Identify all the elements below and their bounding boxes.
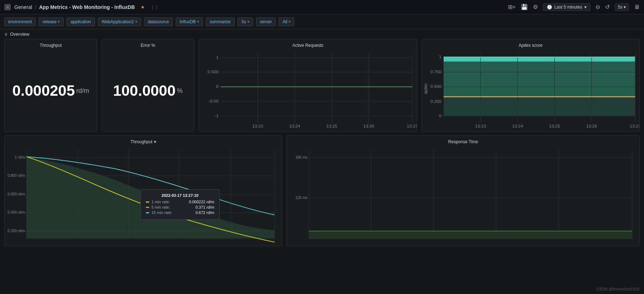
svg-text:13:26: 13:26 (586, 124, 597, 128)
svg-text:13:27: 13:27 (630, 124, 639, 128)
error-value: 100.0000 (113, 82, 175, 99)
favorite-icon[interactable]: ★ (141, 5, 145, 10)
section-title: Overview (10, 31, 29, 37)
svg-text:0: 0 (216, 85, 219, 89)
panel-response-title: Response Time (287, 136, 639, 146)
card-throughput-title: Throughput (5, 39, 97, 50)
svg-text:0.500: 0.500 (208, 70, 218, 74)
tooltip-dot-1min (146, 201, 149, 203)
filter-influxdb[interactable]: InfluxDB ▾ (176, 18, 203, 26)
response-time-chart: 180 ms 120 ms (287, 146, 639, 246)
active-requests-chart: 1 0.500 0 -0.50 -1 13:23 13:24 13:25 13:… (199, 50, 417, 131)
panel-throughput: Throughput ▾ 1 rd/m 0.800 rd/m (4, 135, 282, 246)
svg-text:-1: -1 (215, 114, 219, 118)
topbar: ⊞ General / App Metrics - Web Monitoring… (0, 0, 644, 14)
svg-text:13:25: 13:25 (549, 124, 560, 128)
panel-response-time: Response Time 180 ms 120 ms (286, 135, 640, 246)
card-active-requests: Active Requests 1 0.500 0 -0.50 (199, 39, 417, 132)
svg-text:0.200 rd/m: 0.200 rd/m (8, 229, 25, 233)
svg-text:13:23: 13:23 (252, 124, 263, 128)
svg-text:0.800 rd/m: 0.800 rd/m (8, 174, 25, 178)
tooltip-label-5min: 5 min rate: (151, 205, 180, 209)
filter-summarize-value[interactable]: 5s ▾ (238, 18, 253, 26)
refresh-rate-picker[interactable]: 5s ▾ (615, 3, 629, 11)
breadcrumb-title[interactable]: App Metrics - Web Monitoring - InfluxDB (39, 4, 135, 10)
error-unit: % (177, 87, 183, 95)
app-logo: ⊞ (4, 4, 11, 10)
zoom-out-icon[interactable]: ⊖ (595, 4, 600, 10)
tooltip-date: 2022-03-17 13:27:10 (146, 193, 214, 198)
svg-text:180 ms: 180 ms (295, 155, 308, 159)
tooltip-row-15min: 15 min rate: 0.672 rd/m (146, 210, 214, 215)
tooltip-label-15min: 15 min rate: (151, 210, 180, 215)
tooltip-value-15min: 0.672 rd/m (182, 210, 214, 215)
svg-rect-76 (309, 231, 632, 239)
refresh-rate-label: 5s (618, 5, 623, 10)
overview-section-header[interactable]: ∨ Overview (0, 29, 644, 39)
apdex-chart: 1 0.750 0.500 0.250 0 apdex 13:23 13:24 … (422, 50, 640, 131)
refresh-rate-caret: ▾ (624, 5, 626, 10)
filter-application[interactable]: application (66, 18, 95, 26)
card-error-title: Error % (102, 39, 194, 50)
filter-server-value[interactable]: All ▾ (279, 18, 294, 26)
chart-tooltip: 2022-03-17 13:27:10 1 min rate: 0.000222… (140, 189, 220, 220)
settings-icon[interactable]: ⚙ (533, 4, 538, 10)
share-icon[interactable]: ⋮⋮ (150, 5, 159, 10)
monitor-icon[interactable]: 🖥 (634, 4, 640, 10)
svg-text:-0.50: -0.50 (209, 99, 219, 103)
card-active-title: Active Requests (199, 39, 417, 50)
svg-rect-22 (443, 62, 635, 97)
tooltip-value-5min: 0.371 rd/m (182, 205, 214, 209)
refresh-icon[interactable]: ↺ (605, 4, 610, 10)
svg-text:13:27: 13:27 (407, 124, 416, 128)
time-range-caret: ▾ (584, 5, 586, 10)
breadcrumb: General / App Metrics - Web Monitoring -… (14, 4, 135, 10)
filter-environment[interactable]: environment (4, 18, 36, 26)
bottom-row: Throughput ▾ 1 rd/m 0.800 rd/m (0, 135, 644, 246)
filter-release[interactable]: release ▾ (39, 18, 64, 26)
breadcrumb-base[interactable]: General (14, 4, 32, 10)
svg-text:1: 1 (216, 56, 219, 60)
card-throughput: Throughput 0.000205 rd/m (4, 39, 97, 132)
svg-text:13:24: 13:24 (512, 124, 523, 128)
svg-text:0.400 rd/m: 0.400 rd/m (8, 210, 25, 214)
svg-text:apdex: apdex (423, 84, 428, 94)
filter-server[interactable]: server (256, 18, 276, 26)
svg-text:1: 1 (439, 55, 441, 59)
breadcrumb-sep: / (35, 4, 38, 10)
throughput-chart: 1 rd/m 0.800 rd/m 0.600 rd/m 0.400 rd/m … (5, 146, 282, 246)
tooltip-row-1min: 1 min rate: 0.000222 rd/m (146, 200, 214, 204)
panel-throughput-caret[interactable]: ▾ (154, 139, 156, 144)
svg-text:1 rd/m: 1 rd/m (15, 155, 25, 159)
time-range-picker[interactable]: 🕐 Last 5 minutes ▾ (543, 3, 590, 11)
filter-summarize[interactable]: summarize (206, 18, 235, 26)
panel-throughput-title: Throughput ▾ (5, 136, 282, 146)
tooltip-dot-5min (146, 207, 149, 208)
tooltip-label-1min: 1 min rate: (151, 200, 180, 204)
save-icon[interactable]: 💾 (521, 4, 528, 10)
topbar-actions: ⊞+ 💾 ⚙ 🕐 Last 5 minutes ▾ ⊖ ↺ 5s ▾ 🖥 (508, 3, 640, 11)
tooltip-value-1min: 0.000222 rd/m (182, 200, 214, 204)
svg-rect-24 (443, 97, 635, 116)
svg-text:13:25: 13:25 (326, 124, 337, 128)
filter-datasource[interactable]: datasource (144, 18, 173, 26)
svg-rect-21 (443, 57, 635, 62)
overview-row: Throughput 0.000205 rd/m Error % 100.000… (0, 39, 644, 135)
svg-text:0.750: 0.750 (430, 70, 441, 74)
svg-text:0.600 rd/m: 0.600 rd/m (8, 192, 25, 196)
card-apdex: Apdex score (421, 39, 640, 132)
throughput-value: 0.000205 (12, 82, 75, 99)
svg-text:13:26: 13:26 (363, 124, 374, 128)
throughput-unit: rd/m (76, 87, 89, 95)
tooltip-dot-15min (146, 212, 149, 213)
svg-text:0.250: 0.250 (430, 99, 441, 103)
time-range-label: Last 5 minutes (554, 5, 582, 10)
svg-text:13:24: 13:24 (289, 124, 300, 128)
clock-icon: 🕐 (547, 5, 552, 10)
add-panel-icon[interactable]: ⊞+ (508, 4, 516, 10)
svg-text:0.500: 0.500 (430, 85, 441, 89)
svg-text:0: 0 (439, 114, 441, 118)
filter-webapplication[interactable]: WebApplication2 ▾ (98, 18, 141, 26)
svg-text:120 ms: 120 ms (295, 196, 308, 200)
error-value-container: 100.0000 % (102, 50, 194, 131)
